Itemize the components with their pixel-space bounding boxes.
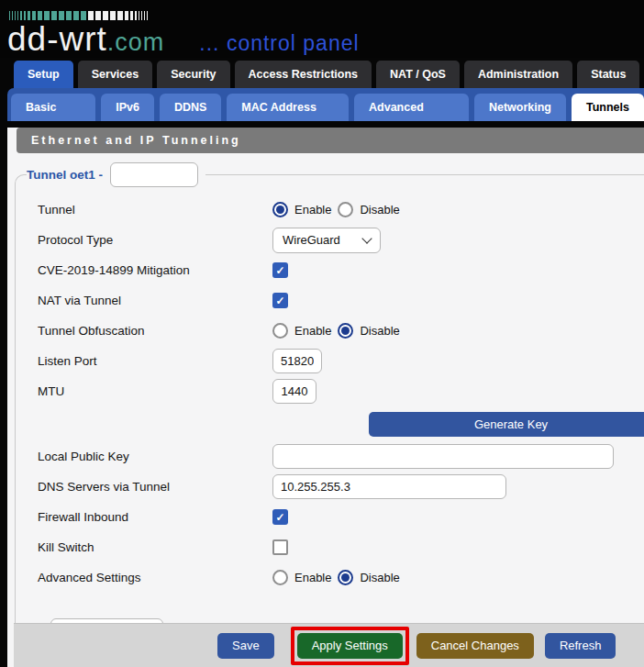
tunnel-name-input[interactable] (110, 162, 198, 187)
signal-bars-icon (9, 11, 148, 20)
content-area: Ethernet and IP Tunneling Tunnel oet1 - … (7, 128, 644, 667)
tunnel-label: Tunnel (38, 203, 272, 217)
footer-action-bar: Save Apply Settings Cancel Changes Refre… (14, 623, 644, 667)
protocol-type-value: WireGuard (283, 233, 340, 247)
subtab-mac-address-clone[interactable]: MAC Address Clone (227, 94, 349, 121)
subtab-ipv6[interactable]: IPv6 (101, 94, 154, 121)
advanced-disable-radio[interactable] (338, 570, 353, 585)
save-button[interactable]: Save (217, 633, 274, 659)
obfuscation-enable-radio[interactable] (272, 323, 288, 339)
row-firewall-inbound: Firewall Inbound (27, 502, 644, 532)
section-title: Ethernet and IP Tunneling (17, 128, 644, 153)
kill-switch-checkbox[interactable] (272, 539, 288, 555)
header: dd-wrt.com ... control panel (0, 0, 644, 58)
protocol-type-select[interactable]: WireGuard (272, 228, 381, 253)
firewall-inbound-checkbox[interactable] (272, 509, 288, 525)
tab-administration[interactable]: Administration (464, 61, 572, 88)
row-nat-via-tunnel: NAT via Tunnel (27, 285, 644, 316)
cve-mitigation-label: CVE-2019-14899 Mitigation (38, 263, 272, 277)
kill-switch-label: Kill Switch (38, 540, 272, 554)
row-kill-switch: Kill Switch (27, 532, 644, 562)
nat-via-tunnel-label: NAT via Tunnel (38, 294, 272, 307)
mtu-input[interactable] (272, 379, 316, 404)
row-protocol-type: Protocol Type WireGuard (27, 225, 644, 255)
logo-dotcom: .com (107, 28, 165, 57)
refresh-button[interactable]: Refresh (545, 633, 616, 659)
cve-mitigation-checkbox[interactable] (272, 262, 288, 278)
tab-setup[interactable]: Setup (14, 61, 73, 88)
subtab-networking[interactable]: Networking (474, 94, 566, 121)
row-advanced-settings: Advanced Settings Enable Disable (27, 562, 644, 593)
row-tunnel: Tunnel Enable Disable (27, 195, 644, 225)
logo-ddwrt: dd-wrt (7, 20, 107, 59)
control-panel-tagline: ... control panel (199, 31, 359, 56)
tunnel-enable-label: Enable (294, 203, 331, 217)
advanced-disable-label: Disable (360, 571, 399, 584)
local-public-key-input[interactable] (272, 444, 614, 469)
nat-via-tunnel-checkbox[interactable] (272, 293, 288, 308)
row-listen-port: Listen Port (27, 346, 644, 376)
dns-servers-label: DNS Servers via Tunnel (38, 480, 272, 494)
obfuscation-disable-label: Disable (360, 324, 399, 338)
firewall-inbound-label: Firewall Inbound (38, 510, 272, 524)
tab-status[interactable]: Status (577, 61, 639, 88)
subtab-basic-setup[interactable]: Basic Setup (11, 94, 95, 121)
cancel-changes-button[interactable]: Cancel Changes (416, 633, 534, 659)
tunnel-disable-radio[interactable] (338, 202, 353, 217)
tab-services[interactable]: Services (78, 61, 152, 88)
tunnel-enable-radio[interactable] (272, 202, 288, 217)
row-tunnel-obfuscation: Tunnel Obfuscation Enable Disable (27, 316, 644, 346)
red-highlight-annotation: Apply Settings (291, 627, 409, 665)
dns-servers-input[interactable] (272, 474, 506, 499)
tab-nat-qos[interactable]: NAT / QoS (376, 61, 460, 88)
subtab-ddns[interactable]: DDNS (160, 94, 221, 121)
dd-wrt-control-panel: dd-wrt.com ... control panel Setup Servi… (0, 0, 644, 667)
apply-settings-button[interactable]: Apply Settings (297, 633, 403, 659)
local-public-key-label: Local Public Key (38, 450, 272, 463)
tunnel-oet1-legend: Tunnel oet1 - (27, 162, 205, 187)
obfuscation-disable-radio[interactable] (338, 323, 353, 339)
advanced-enable-radio[interactable] (272, 570, 288, 585)
mtu-label: MTU (38, 384, 272, 398)
tab-security[interactable]: Security (157, 61, 229, 88)
row-generate-key: Generate Key (27, 406, 644, 441)
row-mtu: MTU (27, 376, 644, 406)
sub-tab-bar: Basic Setup IPv6 DDNS MAC Address Clone … (7, 88, 644, 121)
row-cve-mitigation: CVE-2019-14899 Mitigation (27, 255, 644, 285)
chevron-down-icon (361, 233, 372, 243)
tunnel-form: Tunnel Enable Disable Protocol Type Wire… (27, 195, 644, 593)
advanced-enable-label: Enable (294, 571, 331, 584)
obfuscation-enable-label: Enable (294, 324, 331, 338)
tunnel-disable-label: Disable (360, 203, 399, 217)
tunnel-oet1-fieldset: Tunnel oet1 - Tunnel Enable Disable Prot… (15, 162, 644, 667)
tunnel-oet1-label: Tunnel oet1 - (27, 168, 103, 182)
tab-access-restrictions[interactable]: Access Restrictions (235, 61, 372, 88)
row-dns-servers: DNS Servers via Tunnel (27, 472, 644, 502)
tunnel-obfuscation-label: Tunnel Obfuscation (38, 324, 272, 338)
listen-port-input[interactable] (272, 349, 322, 373)
generate-key-button[interactable]: Generate Key (369, 412, 644, 437)
listen-port-label: Listen Port (38, 354, 272, 368)
row-local-public-key: Local Public Key (27, 441, 644, 472)
protocol-type-label: Protocol Type (38, 233, 272, 247)
advanced-settings-label: Advanced Settings (38, 571, 272, 584)
subtab-tunnels[interactable]: Tunnels (572, 94, 644, 121)
main-tab-bar: Setup Services Security Access Restricti… (14, 61, 644, 88)
subtab-advanced-routing[interactable]: Advanced Routing (354, 94, 469, 121)
